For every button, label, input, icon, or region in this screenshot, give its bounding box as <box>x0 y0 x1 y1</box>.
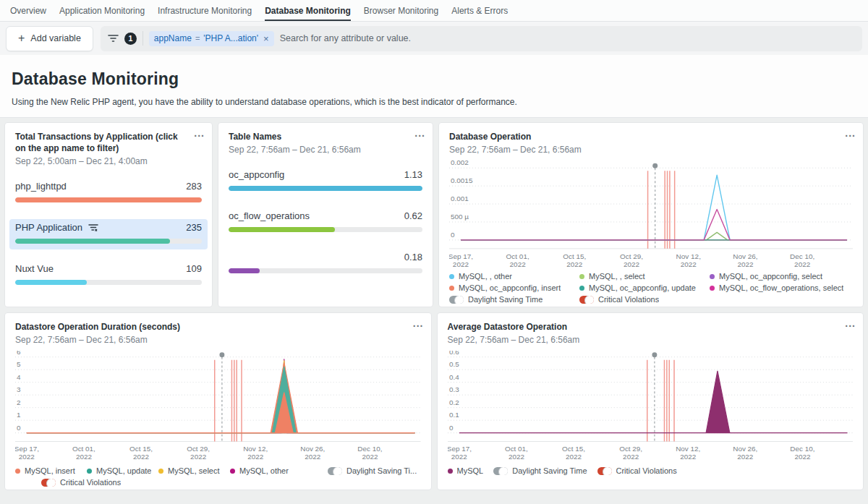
toggle-switch-icon[interactable] <box>41 479 56 487</box>
search-input[interactable]: Search for any attribute or value. <box>280 33 411 43</box>
filter-remove-icon[interactable] <box>88 223 98 232</box>
time-marker-dot <box>652 163 658 168</box>
legend-item[interactable]: MySQL, update <box>87 466 158 475</box>
toolbar: + Add variable 1 appName = 'PHP A...atio… <box>0 22 868 55</box>
svg-text:3: 3 <box>17 385 21 393</box>
svg-text:2022: 2022 <box>362 453 378 461</box>
legend-item[interactable]: MySQL, oc_appconfig, insert <box>449 283 576 292</box>
panel-menu-button[interactable]: ... <box>845 317 856 329</box>
time-marker-dot <box>652 352 657 357</box>
legend-item[interactable]: MySQL <box>448 466 484 475</box>
nav-tab-alerts-errors[interactable]: Alerts & Errors <box>451 0 508 21</box>
bar-fill <box>229 268 260 273</box>
legend-item[interactable]: MySQL, oc_appconfig, select <box>710 272 853 281</box>
panel-menu-button[interactable]: ... <box>194 127 205 139</box>
bar-list: oc_appconfig1.13oc_flow_operations0.620.… <box>229 166 422 279</box>
svg-text:500 µ: 500 µ <box>451 213 469 221</box>
legend-item[interactable]: MySQL, other <box>230 466 302 475</box>
svg-text:2022: 2022 <box>680 453 696 461</box>
chip-remove-icon[interactable]: × <box>263 33 269 44</box>
bar-fill <box>15 239 170 244</box>
filter-chip[interactable]: appName = 'PHP A...ation' × <box>149 31 274 46</box>
panel-timerange: Sep 22, 7:56am – Dec 21, 6:56am <box>229 145 422 155</box>
bar-value: 1.13 <box>404 169 422 180</box>
toggle-switch-icon[interactable] <box>328 467 342 475</box>
svg-text:2022: 2022 <box>794 260 811 268</box>
bar-fill <box>229 186 422 191</box>
bar-row[interactable]: 0.18 <box>223 249 428 279</box>
svg-text:2022: 2022 <box>451 453 467 461</box>
svg-text:0.0015: 0.0015 <box>451 176 473 184</box>
nav-tab-application-monitoring[interactable]: Application Monitoring <box>59 0 145 21</box>
page-description: Using the New Relic PHP agent, you have … <box>12 97 856 107</box>
legend-toggle-critical-violations[interactable]: Critical Violations <box>579 295 707 304</box>
nav-tab-overview[interactable]: Overview <box>10 0 46 21</box>
legend-item[interactable]: MySQL, , other <box>449 272 576 281</box>
bar-track <box>229 227 422 232</box>
svg-text:2022: 2022 <box>133 453 149 461</box>
legend-toggle-daylight-saving-ti-[interactable]: Daylight Saving Ti... <box>328 466 417 475</box>
panel-menu-button[interactable]: ... <box>414 127 425 139</box>
legend-item[interactable]: MySQL, , select <box>579 272 707 281</box>
legend-toggle-daylight-saving-time[interactable]: Daylight Saving Time <box>493 466 587 475</box>
bar-row[interactable]: php_nextcloud107 <box>9 302 208 307</box>
toggle-switch-icon[interactable] <box>493 467 508 475</box>
svg-text:Nov 26,: Nov 26, <box>733 252 757 260</box>
legend-item[interactable]: MySQL, oc_flow_operations, select <box>710 283 853 292</box>
bar-row[interactable]: oc_appconfig1.13 <box>223 166 428 197</box>
legend-item[interactable]: MySQL, insert <box>15 466 87 475</box>
svg-text:2022: 2022 <box>305 453 320 461</box>
toggle-switch-icon[interactable] <box>597 467 612 475</box>
legend-label: MySQL, , select <box>589 272 645 281</box>
panel-table-names: Table Names Sep 22, 7:56am – Dec 21, 6:5… <box>218 122 433 307</box>
svg-text:2022: 2022 <box>453 260 469 268</box>
legend-dot-icon <box>448 469 453 474</box>
svg-text:2022: 2022 <box>681 260 697 268</box>
svg-text:2022: 2022 <box>566 260 583 268</box>
bar-track <box>15 239 202 244</box>
svg-text:1: 1 <box>17 411 21 419</box>
legend-item[interactable]: MySQL, select <box>158 466 230 475</box>
chip-field: appName <box>154 33 192 43</box>
nav-tab-infrastructure-monitoring[interactable]: Infrastructure Monitoring <box>158 0 252 21</box>
series-line <box>27 359 415 433</box>
bar-label: php_lighttpd <box>15 181 67 192</box>
legend-toggle-daylight-saving-time[interactable]: Daylight Saving Time <box>449 295 576 304</box>
bar-row[interactable]: PHP Application235 <box>9 219 208 249</box>
series-line <box>461 175 847 240</box>
svg-text:2022: 2022 <box>737 260 754 268</box>
nav-tab-database-monitoring[interactable]: Database Monitoring <box>265 0 351 21</box>
dashboard-content: Total Transactions by Application (click… <box>0 118 868 495</box>
toggle-switch-icon[interactable] <box>579 296 594 304</box>
panel-timerange: Sep 22, 5:00am – Dec 21, 4:00am <box>15 156 202 166</box>
legend-label: MySQL, oc_appconfig, update <box>589 283 696 292</box>
toggle-switch-icon[interactable] <box>449 296 464 304</box>
nav-tab-browser-monitoring[interactable]: Browser Monitoring <box>364 0 438 21</box>
panel-title: Database Operation <box>449 131 853 142</box>
bar-label: php_nextcloud <box>15 304 77 307</box>
svg-text:0.6: 0.6 <box>448 351 459 356</box>
line-chart: 0.0020.00150.001500 µ0Sep 17,2022Oct 01,… <box>449 161 853 270</box>
legend-toggle-critical-violations[interactable]: Critical Violations <box>41 478 128 487</box>
svg-text:Oct 29,: Oct 29, <box>187 445 210 453</box>
legend-label: MySQL, insert <box>25 466 75 475</box>
panel-database-operation: Database Operation Sep 22, 7:56am – Dec … <box>438 122 864 307</box>
filter-bar[interactable]: 1 appName = 'PHP A...ation' × Search for… <box>101 26 862 51</box>
panel-timerange: Sep 22, 7:56am – Dec 21, 6:56am <box>448 335 854 345</box>
add-variable-button[interactable]: + Add variable <box>6 26 93 51</box>
panel-title: Total Transactions by Application (click… <box>15 131 202 154</box>
svg-text:2022: 2022 <box>623 453 639 461</box>
bar-row[interactable]: Nuxt Vue109 <box>9 260 208 291</box>
legend-item[interactable]: MySQL, oc_appconfig, update <box>579 283 707 292</box>
series-line <box>461 210 847 240</box>
legend-toggle-critical-violations[interactable]: Critical Violations <box>597 466 677 475</box>
chip-operator: = <box>195 34 200 43</box>
legend-label: Daylight Saving Ti... <box>346 466 417 475</box>
bar-value: 109 <box>186 263 202 274</box>
panel-menu-button[interactable]: ... <box>413 317 424 329</box>
bar-row[interactable]: oc_flow_operations0.62 <box>223 208 428 238</box>
svg-text:5: 5 <box>17 360 21 368</box>
bar-row[interactable]: php_lighttpd283 <box>9 178 208 208</box>
panel-menu-button[interactable]: ... <box>845 127 856 139</box>
svg-text:2022: 2022 <box>247 453 263 461</box>
